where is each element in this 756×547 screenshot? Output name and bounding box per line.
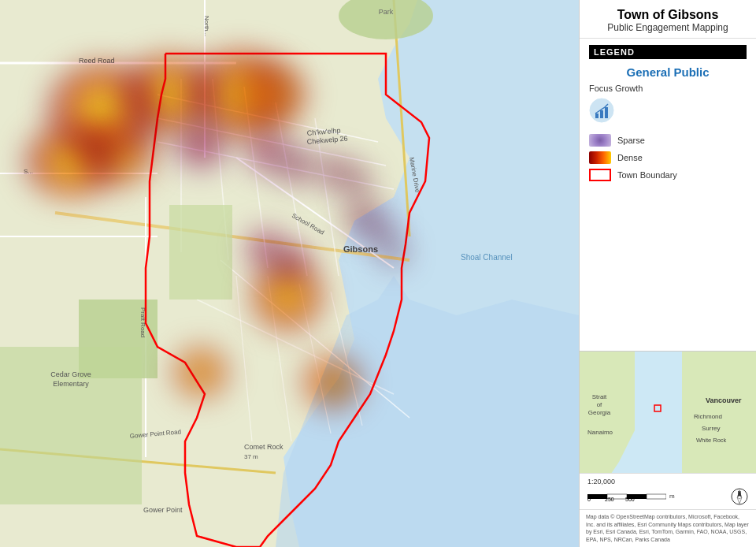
- svg-rect-50: [635, 352, 682, 473]
- svg-rect-48: [605, 107, 608, 118]
- subtitle-text: Public Engagement Mapping: [589, 22, 747, 33]
- svg-text:Comet Rock: Comet Rock: [244, 443, 284, 451]
- svg-text:Shoal Channel: Shoal Channel: [461, 253, 513, 262]
- map-title: Town of Gibsons Public Engagement Mappin…: [580, 0, 756, 39]
- svg-text:Georgia: Georgia: [588, 409, 611, 416]
- svg-rect-24: [169, 205, 232, 300]
- svg-text:Elementary: Elementary: [53, 380, 89, 388]
- svg-text:of: of: [597, 401, 602, 408]
- svg-text:Cedar Grove: Cedar Grove: [50, 370, 91, 378]
- app-container: Park Ch'kw'elhp Chekwelp 26 Gibsons Shoa…: [0, 0, 756, 547]
- scale-bar-visual: 0 250 500 m N: [587, 488, 748, 505]
- legend-header: LEGEND: [589, 45, 747, 59]
- map-area[interactable]: Park Ch'kw'elhp Chekwelp 26 Gibsons Shoa…: [0, 0, 579, 547]
- svg-text:Nanaimo: Nanaimo: [587, 429, 613, 436]
- sparse-label: Sparse: [617, 136, 645, 145]
- svg-marker-69: [737, 497, 742, 504]
- scale-bar: 1:20,000 0 250 500 m N: [580, 473, 756, 509]
- svg-text:Gower Point: Gower Point: [143, 506, 183, 514]
- boundary-label: Town Boundary: [617, 170, 677, 180]
- legend-item-sparse: Sparse: [589, 134, 747, 147]
- scale-unit: m: [669, 493, 675, 500]
- title-text: Town of Gibsons: [589, 8, 747, 22]
- svg-text:Reed Road: Reed Road: [79, 57, 115, 65]
- svg-text:37 m: 37 m: [244, 453, 258, 460]
- svg-text:Richmond: Richmond: [694, 413, 722, 420]
- legend-item-boundary: Town Boundary: [589, 169, 747, 181]
- attribution-text: Map data © OpenStreetMap contributors, M…: [580, 509, 756, 547]
- legend-section: LEGEND General Public Focus Growth Spars…: [580, 39, 756, 351]
- svg-text:Park: Park: [379, 8, 394, 16]
- sparse-swatch: [589, 134, 611, 147]
- svg-rect-46: [595, 113, 598, 118]
- svg-text:N: N: [738, 490, 741, 495]
- legend-item-dense: Dense: [589, 151, 747, 164]
- legend-items: Sparse Dense Town Boundary: [589, 134, 747, 181]
- sidebar: Town of Gibsons Public Engagement Mappin…: [579, 0, 756, 547]
- svg-text:S...: S...: [24, 168, 33, 175]
- boundary-swatch: [589, 169, 611, 181]
- svg-text:North...: North...: [203, 16, 210, 36]
- svg-text:500: 500: [625, 497, 635, 502]
- svg-text:White Rock: White Rock: [696, 437, 727, 444]
- focus-growth-icon: [589, 98, 747, 126]
- svg-text:Gibsons: Gibsons: [343, 244, 378, 254]
- svg-text:Vancouver: Vancouver: [706, 396, 742, 404]
- svg-text:250: 250: [605, 497, 614, 502]
- legend-focus-growth-label: Focus Growth: [589, 84, 747, 93]
- svg-rect-63: [647, 494, 666, 499]
- inset-map: Strait of Georgia Vancouver Nanaimo Rich…: [580, 351, 756, 473]
- dense-label: Dense: [617, 153, 643, 162]
- dense-swatch: [589, 151, 611, 164]
- scale-ratio: 1:20,000: [587, 478, 615, 486]
- svg-rect-47: [600, 110, 603, 118]
- svg-text:Strait: Strait: [592, 393, 607, 400]
- svg-text:0: 0: [587, 497, 591, 502]
- svg-text:Surrey: Surrey: [702, 425, 721, 432]
- legend-general-public-label: General Public: [589, 65, 747, 79]
